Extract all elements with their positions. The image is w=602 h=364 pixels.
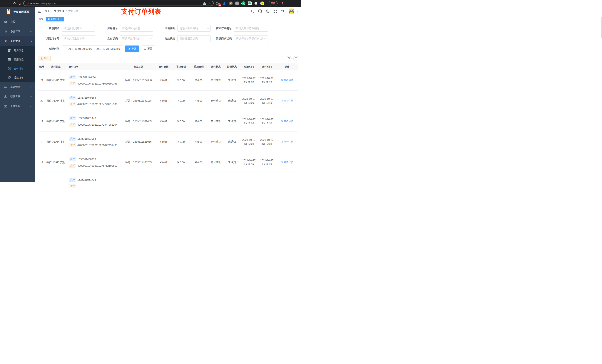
breadcrumb-payment[interactable]: 支付管理: [54, 10, 64, 13]
avatar-dropdown-icon[interactable]: [297, 11, 298, 12]
merchant-order-no: 1635311949168: [77, 96, 96, 99]
create-date: 2021-10-27: [242, 97, 256, 100]
tab-pay-order[interactable]: 支付订单 ×: [46, 17, 64, 21]
pay-amount: ¥ 0.01: [155, 79, 172, 82]
sidebar-item-system[interactable]: ⚙ 系统管理: [0, 27, 35, 36]
address-bar[interactable]: ⓘ localhost:1024/pay/order ☆: [23, 1, 214, 6]
fee-amount: ¥ 0.00: [172, 120, 190, 123]
export-button[interactable]: 导出: [38, 56, 51, 61]
pay-time: 2021-10-2713:11:15: [258, 158, 276, 166]
pay-channel: 微信 JSAPI 支付: [45, 99, 66, 103]
refund-status-select[interactable]: 请选择退款状态: [177, 35, 211, 42]
sidebar-item-home[interactable]: 首页: [0, 17, 35, 27]
share-icon[interactable]: [203, 2, 206, 5]
channel-order-no-input[interactable]: 请输入渠道订单号: [62, 35, 95, 42]
fullscreen-icon[interactable]: [273, 10, 277, 13]
view-detail-link[interactable]: 查看详情: [281, 99, 293, 103]
documents-icon: [8, 76, 11, 79]
view-detail-link[interactable]: 查看详情: [281, 79, 293, 82]
create-clock: 13:11:08: [244, 163, 254, 166]
pay-order-cell: 商户1635311051736 支付: [66, 178, 122, 182]
placeholder-text: 请选择应用信息: [122, 27, 140, 30]
product-title: 标题：1635311881439: [122, 120, 155, 123]
table-row: 20 微信 JSAPI 支付 商户1635311949168 支付4200001…: [38, 91, 298, 111]
create-time-range-input[interactable]: 2021-10-01 00:00:00 - 2021-10-31 23:59:5…: [62, 45, 123, 52]
forward-icon[interactable]: →: [8, 2, 11, 5]
pay-clock: 13:11:15: [262, 163, 272, 166]
extension-y-icon[interactable]: y: [241, 1, 245, 5]
sidebar-item-merchant-info[interactable]: 商户信息: [0, 46, 35, 55]
avatar[interactable]: [289, 9, 294, 14]
column-header: 回调状态: [224, 65, 240, 68]
pay-status: 支付成功: [208, 120, 224, 123]
notify-status: 未通知: [224, 161, 240, 164]
column-header: 操作: [276, 65, 298, 68]
pay-order-no: 4200001174202110278060590766: [77, 82, 117, 85]
filter-row-1: 所属商户 请选择所属商户 应用编号 请选择应用信息 渠道编码 请输入渠道编码 商…: [38, 25, 298, 32]
merchant-order-no: 1635311051736: [77, 178, 96, 181]
merchant-tag: 商户: [69, 75, 76, 79]
browser-menu-icon[interactable]: ⋮: [281, 2, 284, 5]
bookmark-star-icon[interactable]: ☆: [208, 2, 211, 5]
sidebar-item-pay-order[interactable]: ¥ 支付订单: [0, 64, 35, 73]
placeholder-text: 请输入渠道订单号: [64, 37, 85, 40]
close-icon[interactable]: ×: [61, 18, 62, 20]
app-id-select[interactable]: 请选择应用信息: [120, 25, 153, 32]
merchant-order-no-input[interactable]: 请输入商户订单编号: [234, 25, 268, 32]
placeholder-text: 请选择支付状态: [122, 37, 140, 40]
view-detail-link[interactable]: 查看详情: [281, 140, 293, 144]
view-detail-link[interactable]: 查看详情: [281, 120, 293, 123]
view-detail-label: 查看详情: [284, 161, 293, 164]
sidebar-item-app-info[interactable]: 应用信息: [0, 55, 35, 64]
pay-tag: 支付: [69, 82, 76, 85]
github-icon[interactable]: [258, 10, 262, 13]
action-cell: 查看详情: [276, 161, 298, 164]
extension-kite-icon[interactable]: [223, 1, 226, 5]
create-clock: 13:18:02: [244, 122, 254, 125]
extension-command-icon[interactable]: ⌘: [229, 1, 233, 5]
sidebar-toggle-icon[interactable]: [38, 10, 41, 13]
sidebar-item-payment[interactable]: ¥ 支付管理: [0, 36, 35, 46]
font-size-icon[interactable]: TT: [281, 10, 285, 13]
help-icon[interactable]: ?: [266, 10, 269, 13]
sidebar-item-dev-tools[interactable]: 研发工具: [0, 92, 35, 101]
browser-update-button[interactable]: 更新: [269, 1, 278, 6]
sidebar-item-workflow[interactable]: 工作流程: [0, 101, 35, 111]
filter-label: 渠道编码: [153, 27, 177, 30]
column-header: 支付状态: [208, 65, 224, 68]
channel-code-select[interactable]: 请输入渠道编码: [177, 25, 211, 32]
view-detail-label: 查看详情: [284, 99, 293, 103]
extension-dot-icon[interactable]: [235, 1, 239, 5]
chevron-down-icon: [30, 30, 32, 32]
pay-clock: 13:18:10: [262, 122, 272, 125]
notify-status-select[interactable]: 请选择订单回调商户状态: [234, 35, 268, 42]
reload-icon[interactable]: ⟳: [13, 2, 16, 5]
extension-emoji-icon[interactable]: [260, 1, 264, 5]
search-button[interactable]: 搜索: [125, 45, 139, 52]
search-icon[interactable]: [251, 10, 254, 13]
view-detail-link[interactable]: 查看详情: [281, 161, 293, 164]
merchant-order-no: 1635311881440: [77, 117, 96, 120]
sidebar-item-infrastructure[interactable]: 基础设施: [0, 82, 35, 92]
tab-home[interactable]: 首页: [37, 17, 45, 21]
pay-order-cell: 商户1635311949168 支付4200001181202110277723…: [66, 96, 122, 106]
site-info-icon[interactable]: ⓘ: [26, 2, 29, 5]
toggle-search-button[interactable]: [287, 56, 291, 61]
column-header: 支付渠道: [45, 65, 66, 68]
pay-date: 2021-10-27: [260, 77, 274, 80]
breadcrumb-home[interactable]: 首页: [45, 10, 50, 13]
refresh-button[interactable]: [293, 56, 298, 61]
back-icon[interactable]: ←: [2, 2, 5, 5]
extension-blue-diamond-icon[interactable]: ◆ 10: [216, 1, 220, 5]
pay-status-select[interactable]: 请选择支付状态: [120, 35, 153, 42]
app-logo-row[interactable]: 芋道管理系统: [0, 7, 35, 17]
action-cell: 查看详情: [276, 140, 298, 144]
reset-button[interactable]: 重置: [141, 45, 155, 52]
merchant-select[interactable]: 请选择所属商户: [62, 25, 95, 32]
extension-chat-icon[interactable]: [248, 1, 252, 5]
pay-status: 支付成功: [208, 79, 224, 82]
filter-label: 支付状态: [95, 37, 120, 40]
sidebar-item-refund-order[interactable]: 退款订单: [0, 73, 35, 82]
home-icon[interactable]: ⌂: [19, 2, 21, 5]
extensions-puzzle-icon[interactable]: [254, 1, 258, 5]
